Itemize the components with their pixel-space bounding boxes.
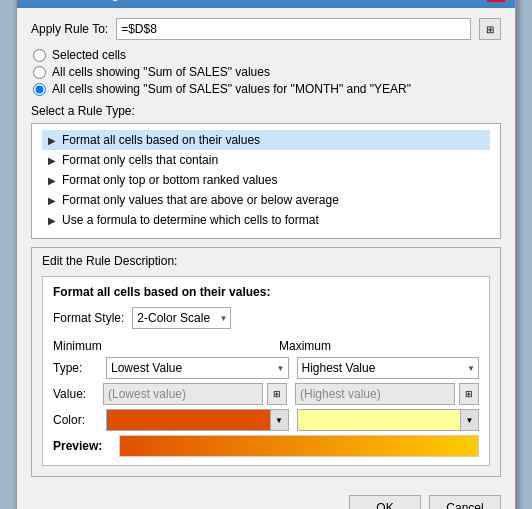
min-value-wrapper: ⊞ [103, 383, 287, 405]
max-type-select-wrapper: Highest Value Number Percent Formula Per… [297, 357, 480, 379]
radio-row-2: All cells showing "Sum of SALES" values [33, 65, 501, 79]
min-color-dropdown[interactable]: ▼ [270, 410, 288, 430]
new-formatting-rule-dialog: New Formatting Rule ? ✕ Apply Rule To: ⊞… [16, 0, 516, 509]
radio-label-all-cells-sum-sales: All cells showing "Sum of SALES" values [52, 65, 270, 79]
value-label: Value: [53, 387, 95, 401]
value-row: Value: ⊞ ⊞ [53, 383, 479, 405]
title-bar: New Formatting Rule ? ✕ [17, 0, 515, 8]
rule-type-item-4[interactable]: ▶ Format only values that are above or b… [42, 190, 490, 210]
preview-bar [119, 435, 479, 457]
rule-type-item-5[interactable]: ▶ Use a formula to determine which cells… [42, 210, 490, 230]
rule-type-section-label: Select a Rule Type: [31, 104, 501, 118]
radio-all-cells-sum-sales[interactable] [33, 66, 46, 79]
preview-row: Preview: [53, 435, 479, 457]
min-max-headers: Minimum Maximum [53, 339, 479, 353]
apply-rule-row: Apply Rule To: ⊞ [31, 18, 501, 40]
rule-arrow-5: ▶ [48, 215, 56, 226]
max-color-dropdown[interactable]: ▼ [460, 410, 478, 430]
color-label: Color: [53, 413, 98, 427]
rule-type-label-3: Format only top or bottom ranked values [62, 173, 277, 187]
max-color-button[interactable]: ▼ [297, 409, 480, 431]
edit-rule-content: Format all cells based on their values: … [42, 276, 490, 466]
dialog-footer: OK Cancel [17, 487, 515, 509]
max-value-select-button[interactable]: ⊞ [459, 383, 479, 405]
rule-type-label-2: Format only cells that contain [62, 153, 218, 167]
format-style-row: Format Style: 2-Color Scale 3-Color Scal… [53, 307, 479, 329]
radio-row-1: Selected cells [33, 48, 501, 62]
dialog-body: Apply Rule To: ⊞ Selected cells All cell… [17, 8, 515, 487]
rule-type-section: Select a Rule Type: ▶ Format all cells b… [31, 104, 501, 239]
rule-type-item-2[interactable]: ▶ Format only cells that contain [42, 150, 490, 170]
rule-type-label-4: Format only values that are above or bel… [62, 193, 339, 207]
max-type-select[interactable]: Highest Value Number Percent Formula Per… [297, 357, 480, 379]
radio-section: Selected cells All cells showing "Sum of… [31, 48, 501, 96]
min-type-select[interactable]: Lowest Value Number Percent Formula Perc… [106, 357, 289, 379]
ok-button[interactable]: OK [349, 495, 421, 509]
rule-arrow-4: ▶ [48, 195, 56, 206]
preview-label: Preview: [53, 439, 111, 453]
title-bar-buttons: ? ✕ [465, 0, 505, 2]
radio-row-3: All cells showing "Sum of SALES" values … [33, 82, 501, 96]
min-value-select-button[interactable]: ⊞ [267, 383, 287, 405]
dialog-title: New Formatting Rule [27, 0, 149, 1]
radio-all-cells-sum-sales-month-year[interactable] [33, 83, 46, 96]
apply-rule-label: Apply Rule To: [31, 22, 108, 36]
max-color-swatch [298, 410, 461, 430]
type-row: Type: Lowest Value Number Percent Formul… [53, 357, 479, 379]
radio-label-selected-cells: Selected cells [52, 48, 126, 62]
max-value-wrapper: ⊞ [295, 383, 479, 405]
format-style-label: Format Style: [53, 311, 124, 325]
radio-label-all-cells-sum-sales-month-year: All cells showing "Sum of SALES" values … [52, 82, 411, 96]
rule-type-item-1[interactable]: ▶ Format all cells based on their values [42, 130, 490, 150]
format-style-select[interactable]: 2-Color Scale 3-Color Scale Data Bar Ico… [132, 307, 231, 329]
apply-rule-select-button[interactable]: ⊞ [479, 18, 501, 40]
min-type-select-wrapper: Lowest Value Number Percent Formula Perc… [106, 357, 289, 379]
help-button[interactable]: ? [465, 0, 483, 2]
min-header: Minimum [53, 339, 253, 353]
max-type-wrapper: Highest Value Number Percent Formula Per… [297, 357, 480, 379]
close-button[interactable]: ✕ [487, 0, 505, 2]
rule-type-label-5: Use a formula to determine which cells t… [62, 213, 319, 227]
format-style-select-wrapper: 2-Color Scale 3-Color Scale Data Bar Ico… [132, 307, 231, 329]
min-type-wrapper: Lowest Value Number Percent Formula Perc… [106, 357, 289, 379]
cancel-button[interactable]: Cancel [429, 495, 501, 509]
radio-selected-cells[interactable] [33, 49, 46, 62]
max-color-wrapper: ▼ [297, 409, 480, 431]
min-color-wrapper: ▼ [106, 409, 289, 431]
min-color-swatch [107, 410, 270, 430]
edit-rule-section-label: Edit the Rule Description: [42, 254, 490, 268]
color-row: Color: ▼ ▼ [53, 409, 479, 431]
rule-type-item-3[interactable]: ▶ Format only top or bottom ranked value… [42, 170, 490, 190]
edit-rule-section: Edit the Rule Description: Format all ce… [31, 247, 501, 477]
rule-type-label-1: Format all cells based on their values [62, 133, 260, 147]
max-value-input[interactable] [295, 383, 455, 405]
type-label: Type: [53, 361, 98, 375]
rule-arrow-3: ▶ [48, 175, 56, 186]
rule-arrow-1: ▶ [48, 135, 56, 146]
rule-type-list-box: ▶ Format all cells based on their values… [31, 123, 501, 239]
max-header: Maximum [279, 339, 479, 353]
min-color-button[interactable]: ▼ [106, 409, 289, 431]
apply-rule-input[interactable] [116, 18, 471, 40]
rule-arrow-2: ▶ [48, 155, 56, 166]
edit-rule-heading: Format all cells based on their values: [53, 285, 479, 299]
min-value-input[interactable] [103, 383, 263, 405]
rule-type-list: ▶ Format all cells based on their values… [42, 130, 490, 230]
